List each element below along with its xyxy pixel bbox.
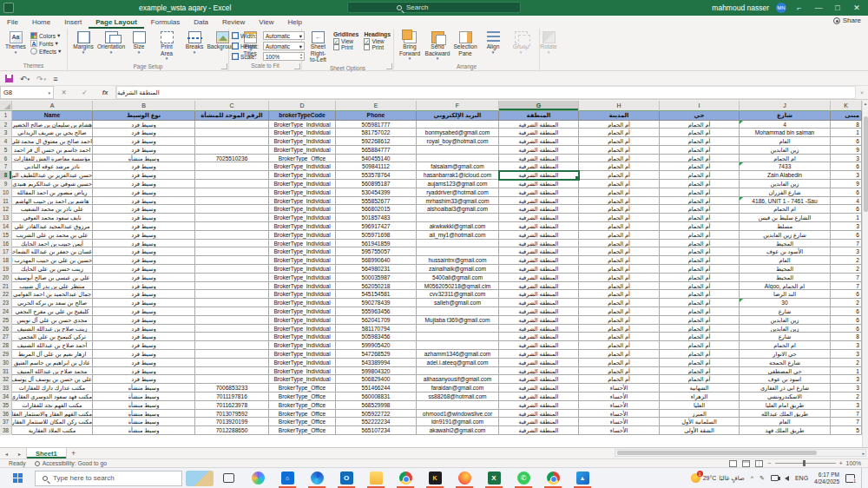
cell[interactable]: المنطقة الشرقية [499, 359, 579, 367]
cell[interactable]: المنطقة الشرقية [499, 350, 579, 359]
cell[interactable]: العليا [660, 401, 740, 410]
row-number-3[interactable]: 3 [0, 129, 12, 137]
cell[interactable]: 6 [831, 137, 862, 146]
cell[interactable]: المنطقة الشرقية [499, 299, 579, 307]
cell[interactable] [195, 265, 269, 274]
cell[interactable]: 543389994 [336, 359, 417, 367]
cell[interactable]: أم الحمام [660, 359, 740, 367]
cell[interactable]: هاشم بن احمد بن حبيب الهاشم [12, 197, 93, 206]
cell[interactable]: أم الحمام [579, 325, 660, 333]
align-button[interactable]: Align▾ [480, 30, 506, 56]
cell[interactable]: brokerTypeCode [269, 111, 336, 121]
cell[interactable]: BrokerType_Office [269, 384, 336, 392]
cell[interactable]: 581170794 [336, 325, 417, 333]
cell[interactable] [417, 401, 499, 410]
margins-button[interactable]: Margins▾ [70, 30, 96, 56]
cell[interactable]: وسيط فرد [93, 197, 195, 206]
cell[interactable]: المنطقة الشرقية [499, 384, 579, 392]
weather-widget[interactable]: 29°C صافٍ غالبًا [691, 473, 745, 483]
new-sheet-button[interactable]: + [67, 448, 81, 458]
cell[interactable]: bonmysabed@gmail.com [417, 129, 499, 137]
cell[interactable]: عادل بن ابراهيم بن جاسم العتيق [12, 359, 93, 367]
cell[interactable]: أم الحمام [660, 274, 740, 282]
cell[interactable]: الشهابية [660, 384, 740, 392]
enter-icon[interactable]: ✓ [82, 89, 87, 96]
cell[interactable]: الشارع سليط بن قيس [740, 214, 831, 222]
menu-tab-file[interactable]: File [0, 16, 25, 29]
cell[interactable] [195, 222, 269, 231]
width-input[interactable]: Automatic▾ [263, 31, 305, 40]
cell[interactable]: BrokerType_Individual [269, 265, 336, 274]
cell[interactable] [195, 162, 269, 171]
cell[interactable]: 7433 [740, 162, 831, 171]
cell[interactable]: 6 [831, 205, 862, 214]
language-indicator[interactable]: ENG [795, 475, 808, 481]
breaks-button[interactable]: Breaks▾ [181, 30, 207, 56]
photos-taskbar-button[interactable]: ▲ [568, 468, 597, 488]
cell[interactable]: كليفيخ بن علي بن مفرح النجعي [12, 307, 93, 316]
cell[interactable]: وسيط فرد [93, 265, 195, 274]
cell[interactable]: شارع الفزران [740, 188, 831, 197]
widgets-weather-thumbnail[interactable] [186, 471, 214, 486]
redo-button[interactable]: ↷▾ [36, 75, 46, 83]
cell[interactable]: الند الرضا [740, 290, 831, 299]
cell[interactable]: BrokerType_Individual [269, 274, 336, 282]
cell[interactable]: المنطقة الشرقية [499, 231, 579, 240]
cell[interactable]: وسيط فرد [93, 247, 195, 256]
cell[interactable]: مكتب فهد سعود الدوسري العقاري [12, 392, 93, 401]
menu-tab-page-layout[interactable]: Page Layout [89, 16, 144, 29]
cell[interactable]: وسيط منشأة [93, 392, 195, 401]
cell[interactable]: مبنى [831, 111, 862, 121]
row-number-12[interactable]: 12 [0, 205, 12, 214]
cell[interactable]: أم الحمام [660, 325, 740, 333]
cell[interactable]: المبرز [660, 410, 740, 419]
cell[interactable] [195, 333, 269, 341]
cell[interactable]: 7 [831, 418, 862, 426]
cell[interactable]: المنطقة الشرقية [499, 410, 579, 419]
row-number-35[interactable]: 35 [0, 401, 12, 410]
cell[interactable]: الأحساء [579, 418, 660, 426]
normal-view-icon[interactable] [729, 460, 737, 467]
row-number-2[interactable]: 2 [0, 121, 12, 129]
column-header-G[interactable]: G [499, 101, 579, 111]
cell[interactable]: المنطقة الشرقية [499, 426, 579, 435]
cell[interactable]: المنطقة الشرقية [499, 256, 579, 265]
cell[interactable]: 561941859 [336, 240, 417, 248]
cell[interactable]: احمد جاسم بن حسن آل قر احمد [12, 146, 93, 155]
cell[interactable]: المنطقة الشرقية [499, 214, 579, 222]
row-number-31[interactable]: 31 [0, 367, 12, 376]
cell[interactable]: أم الحمام [660, 256, 740, 265]
cell[interactable]: ohmood1@windowslive.cor [417, 410, 499, 419]
cell[interactable]: 7 [831, 274, 862, 282]
cell[interactable]: adel.i.ateeq@gmail.com [417, 359, 499, 367]
row-number-16[interactable]: 16 [0, 240, 12, 248]
cell[interactable]: 599804320 [336, 367, 417, 376]
cell[interactable] [195, 129, 269, 137]
cell[interactable]: BrokerType_Individual [269, 299, 336, 307]
cell[interactable]: نوع الوسيط [93, 111, 195, 121]
page-break-view-icon[interactable] [755, 460, 763, 467]
page-layout-view-icon[interactable] [742, 460, 750, 467]
cell[interactable]: 555963456 [336, 307, 417, 316]
cell[interactable]: 1 [831, 214, 862, 222]
cell[interactable] [195, 137, 269, 146]
cell[interactable]: 2 [831, 299, 862, 307]
taskbar-search-input[interactable]: Type here to search [35, 471, 182, 486]
cell[interactable]: وسيط فرد [93, 307, 195, 316]
cell[interactable]: azhamm1346@gmail.com [417, 350, 499, 359]
headings-print-checkbox[interactable]: Print [364, 44, 391, 50]
cell[interactable]: BrokerType_Individual [269, 247, 336, 256]
bring-forward-button[interactable]: Bring Forward▾ [397, 30, 423, 63]
close-button[interactable]: ✕ [851, 0, 863, 16]
cell[interactable]: زينب حسن بن علي الحايك [12, 265, 93, 274]
cell[interactable]: زين العابدين [740, 146, 831, 155]
cell[interactable]: علي بن عيسى بن صالح أبوسيف [12, 274, 93, 282]
cell[interactable]: 565107234 [336, 426, 417, 435]
cell[interactable]: العام [740, 418, 831, 426]
undo-button[interactable]: ↶▾ [20, 75, 30, 83]
cell[interactable]: أم الحمام [660, 367, 740, 376]
cell[interactable]: salleh@gmail.com [417, 299, 499, 307]
cell[interactable]: أم الحمام [579, 367, 660, 376]
cell[interactable]: وسيط فرد [93, 367, 195, 376]
cell[interactable]: 6 [831, 188, 862, 197]
